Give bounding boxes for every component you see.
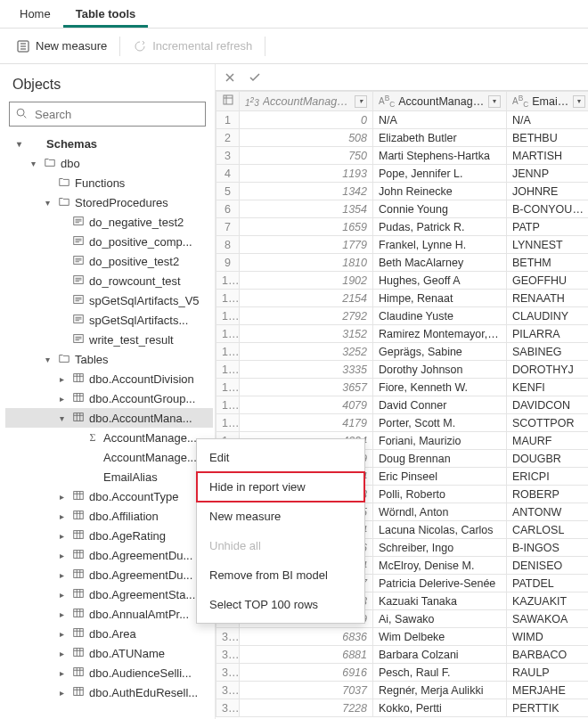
table-row[interactable]: 2508Elizabeth ButlerBETHBU	[216, 129, 589, 147]
cell-name[interactable]: Eric Pinseel	[373, 468, 507, 486]
cell-id[interactable]: 4179	[240, 414, 373, 432]
cell-name[interactable]: Claudine Yuste	[373, 307, 507, 325]
cell-name[interactable]: Doug Brennan	[373, 450, 507, 468]
table-post-2[interactable]: ▸dbo.AgeRating	[5, 526, 213, 545]
folder-tables[interactable]: ▾Tables	[5, 349, 213, 369]
cell-name[interactable]: Connie Young	[373, 200, 507, 218]
tab-table-tools[interactable]: Table tools	[63, 0, 149, 28]
cell-id[interactable]: 7228	[240, 699, 373, 717]
cell-email[interactable]: DENISEO	[507, 557, 589, 575]
cell-name[interactable]: Wim Delbeke	[373, 628, 507, 646]
table-row[interactable]: 133152Ramirez Montemayor, PilarPILARRA	[216, 325, 589, 343]
context-menu-item-hide-in-report-view[interactable]: Hide in report view	[197, 472, 364, 502]
table-row[interactable]: 3750Marti Stephens-HartkaMARTISH	[216, 147, 589, 165]
cell-email[interactable]: RENAATH	[507, 290, 589, 307]
sp-1[interactable]: do_positive_comp...	[5, 232, 213, 251]
table-row[interactable]: 184179Porter, Scott M.SCOTTPOR	[216, 414, 589, 432]
tab-home[interactable]: Home	[7, 0, 63, 28]
cell-name[interactable]: Ai, Sawako	[373, 610, 507, 628]
cell-name[interactable]: N/A	[373, 111, 507, 129]
table-row[interactable]: 41193Pope, Jennifer L.JENNP	[216, 165, 589, 183]
cell-id[interactable]: 4079	[240, 396, 373, 414]
cell-email[interactable]: SCOTTPOR	[507, 414, 589, 432]
table-row[interactable]: 306836Wim DelbekeWIMD	[216, 628, 589, 646]
col-header-AccountManagerId[interactable]: 123AccountManagerId▾	[240, 92, 373, 111]
table-post-5[interactable]: ▸dbo.AgreementSta...	[5, 584, 213, 604]
cell-id[interactable]: 1342	[240, 183, 373, 200]
cell-email[interactable]: B-CONYOUNG	[507, 200, 589, 218]
cell-email[interactable]: PATDEL	[507, 575, 589, 592]
table-post-6[interactable]: ▸dbo.AnnualAmtPr...	[5, 604, 213, 624]
cell-id[interactable]: 750	[240, 147, 373, 165]
cell-id[interactable]: 2792	[240, 307, 373, 325]
cell-id[interactable]: 3657	[240, 379, 373, 396]
cell-name[interactable]: Regnér, Merja Aulikki	[373, 682, 507, 699]
chevron-right-icon[interactable]: ▸	[55, 668, 68, 678]
data-grid[interactable]: 123AccountManagerId▾ABCAccountManagerNam…	[216, 91, 588, 719]
cell-email[interactable]: BETHBU	[507, 129, 589, 147]
cell-email[interactable]: MARTISH	[507, 147, 589, 165]
filter-dropdown-icon[interactable]: ▾	[573, 95, 585, 108]
table-post-8[interactable]: ▸dbo.ATUName	[5, 643, 213, 663]
cell-name[interactable]: Porter, Scott M.	[373, 414, 507, 432]
chevron-right-icon[interactable]: ▸	[55, 629, 68, 639]
folder-storedprocedures[interactable]: ▾StoredProcedures	[5, 192, 213, 212]
cell-name[interactable]: Himpe, Renaat	[373, 290, 507, 307]
cell-name[interactable]: John Reinecke	[373, 183, 507, 200]
chevron-right-icon[interactable]: ▸	[55, 492, 68, 502]
table-pre-1[interactable]: ▸dbo.AccountGroup...	[5, 388, 213, 408]
cell-name[interactable]: Marti Stephens-Hartka	[373, 147, 507, 165]
cell-id[interactable]: 7037	[240, 682, 373, 699]
search-input[interactable]	[33, 107, 200, 122]
table-row[interactable]: 347228Kokko, PerttiPERTTIK	[216, 699, 589, 717]
cell-id[interactable]: 1659	[240, 218, 373, 236]
cell-email[interactable]: PATP	[507, 218, 589, 236]
chevron-right-icon[interactable]: ▸	[55, 590, 68, 600]
cell-email[interactable]: DOUGBR	[507, 450, 589, 468]
cell-email[interactable]: GEOFFHU	[507, 272, 589, 290]
cell-id[interactable]: 1902	[240, 272, 373, 290]
cell-name[interactable]: Wörndl, Anton	[373, 503, 507, 521]
table-row[interactable]: 326916Pesch, Raul F.RAULP	[216, 664, 589, 682]
cell-id[interactable]: 6881	[240, 646, 373, 664]
cell-email[interactable]: B-INGOS	[507, 539, 589, 557]
table-post-9[interactable]: ▸dbo.AudienceSelli...	[5, 663, 213, 682]
folder-functions[interactable]: Functions	[5, 173, 213, 192]
table-row[interactable]: 337037Regnér, Merja AulikkiMERJAHE	[216, 682, 589, 699]
table-row[interactable]: 81779Frankel, Lynne H.LYNNEST	[216, 236, 589, 254]
chevron-right-icon[interactable]: ▸	[55, 570, 68, 580]
cell-id[interactable]: 1193	[240, 165, 373, 183]
context-menu-item-edit[interactable]: Edit	[197, 443, 364, 472]
context-menu-item-select-top-100-rows[interactable]: Select TOP 100 rows	[197, 590, 364, 619]
col-header-AccountManagerName[interactable]: ABCAccountManagerName▾	[373, 92, 507, 111]
cell-name[interactable]: Schreiber, Ingo	[373, 539, 507, 557]
chevron-down-icon[interactable]: ▾	[27, 159, 39, 168]
cell-id[interactable]: 6916	[240, 664, 373, 682]
table-row[interactable]: 174079David ConnerDAVIDCON	[216, 396, 589, 414]
context-menu-item-remove-from-bi-model[interactable]: Remove from BI model	[197, 560, 364, 590]
cell-name[interactable]: Lacuna Nicolas, Carlos	[373, 521, 507, 539]
table-row[interactable]: 153335Dorothy JohnsonDOROTHYJ	[216, 361, 589, 379]
cell-name[interactable]: Fiore, Kenneth W.	[373, 379, 507, 396]
cell-name[interactable]: Dorothy Johnson	[373, 361, 507, 379]
table-row[interactable]: 143252Gepräg​s, SabineSABINEG	[216, 343, 589, 361]
table-row[interactable]: 163657Fiore, Kenneth W.KENFI	[216, 379, 589, 396]
col-header-EmailAlias[interactable]: ABCEmailAlias▾	[507, 92, 589, 111]
cell-email[interactable]: KENFI	[507, 379, 589, 396]
chevron-right-icon[interactable]: ▸	[55, 374, 68, 384]
cell-name[interactable]: Polli, Roberto	[373, 486, 507, 503]
cell-email[interactable]: JENNP	[507, 165, 589, 183]
schema-dbo[interactable]: ▾dbo	[5, 153, 213, 173]
table-row[interactable]: 122792Claudine YusteCLAUDINY	[216, 307, 589, 325]
context-menu-item-new-measure[interactable]: New measure	[197, 502, 364, 531]
table-row[interactable]: 51342John ReineckeJOHNRE	[216, 183, 589, 200]
cell-name[interactable]: Pope, Jennifer L.	[373, 165, 507, 183]
cell-name[interactable]: Pudas, Patrick R.	[373, 218, 507, 236]
cell-id[interactable]: 6836	[240, 628, 373, 646]
cell-name[interactable]: Pesch, Raul F.	[373, 664, 507, 682]
cell-name[interactable]: Foriani, Maurizio	[373, 432, 507, 450]
cell-email[interactable]: MAURF	[507, 432, 589, 450]
cancel-edit-icon[interactable]	[221, 69, 239, 86]
new-measure-button[interactable]: New measure	[7, 36, 116, 57]
table-accountmanager[interactable]: ▾dbo.AccountMana...	[5, 408, 213, 428]
